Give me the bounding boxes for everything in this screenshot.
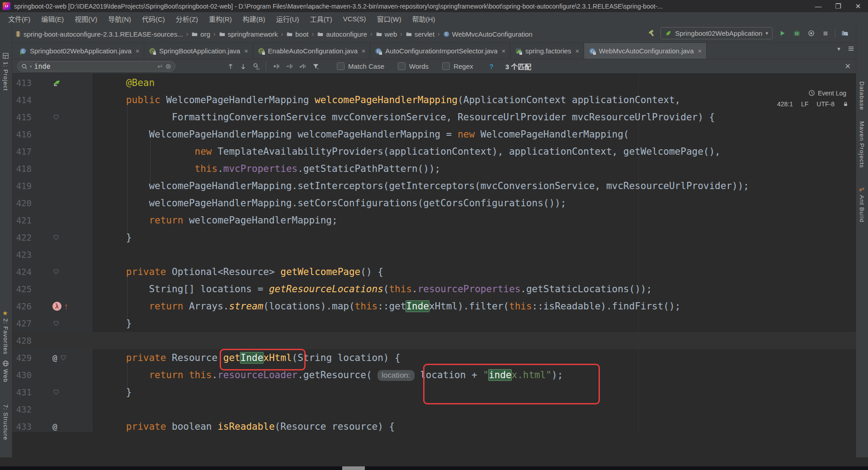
run-button[interactable] [777,28,787,38]
tool-window-button-event-log[interactable]: Event Log [808,90,846,97]
minimize-button[interactable]: — [808,0,828,12]
code-line[interactable]: 422 } [0,229,856,246]
filter-icon[interactable] [312,63,320,70]
search-history-arrow-icon[interactable]: ▾ [30,64,32,69]
code-line[interactable]: 415 FormattingConversionService mvcConve… [0,109,856,126]
debug-button[interactable] [792,28,802,38]
coverage-button[interactable] [806,28,816,38]
code-line[interactable]: 420 welcomePageHandlerMapping.setCorsCon… [0,195,856,212]
search-input[interactable]: ▾ inde ↵ ⊗ [17,61,175,71]
arrow-up-icon[interactable] [227,63,234,70]
tab-list-icon[interactable] [848,45,854,52]
menu-item[interactable]: 文件(F) [3,14,36,24]
find-all-icon[interactable]: ALL [253,63,259,70]
breadcrumb-item[interactable]: boot [285,30,310,38]
code-line[interactable]: 419 welcomePageHandlerMapping.setInterce… [0,177,856,195]
breadcrumb-item[interactable]: org [190,30,212,38]
maximize-button[interactable]: ❐ [828,0,848,12]
tool-stripe-web[interactable]: Web [2,369,9,383]
remove-occurrence-icon[interactable] [286,63,292,70]
tab-close-icon[interactable]: × [136,47,139,55]
breadcrumb-item[interactable]: CWebMvcAutoConfiguration [442,30,534,38]
code-line[interactable]: 421 return welcomePageHandlerMapping; [0,212,856,229]
code-line[interactable]: 413 @Bean [0,74,856,91]
tool-stripe-2-favorites[interactable]: 2: Favorites [2,318,9,355]
code-line[interactable]: 428 [0,332,856,349]
breadcrumb-item[interactable]: autoconfigure [316,30,368,38]
menu-item[interactable]: 代码(C) [137,14,170,24]
navigate-up-icon[interactable]: ↑ [64,302,68,311]
code-line[interactable]: 425 String[] locations = getResourceLoca… [0,280,856,298]
close-find-bar-icon[interactable]: ✕ [845,62,851,71]
code-editor[interactable]: 413 @Bean414 public WelcomePageHandlerMa… [0,74,856,432]
close-button[interactable]: ✕ [848,0,868,12]
menu-item[interactable]: VCS(S) [338,15,372,23]
code-line[interactable]: 418 this.mvcProperties.getStaticPathPatt… [0,160,856,177]
run-configuration-select[interactable]: Springboot02WebApplication▾ [660,27,773,39]
breadcrumb-item[interactable]: servlet [404,30,436,38]
search-option-words[interactable]: Words [398,62,429,70]
breadcrumb-item[interactable]: spring-boot-autoconfigure-2.3.1.RELEASE-… [14,30,184,38]
tab-close-icon[interactable]: × [244,47,248,55]
arrow-down-icon[interactable] [240,63,246,70]
tool-stripe-7-structure[interactable]: 7: Structure [2,404,9,440]
tool-stripe-maven-projects[interactable]: Maven Projects [859,121,865,168]
tab-close-icon[interactable]: × [362,47,365,55]
code-line[interactable]: 426λ↑ return Arrays.stream(locations).ma… [0,298,856,315]
select-occurrences-icon[interactable] [299,63,306,70]
menu-item[interactable]: 重构(R) [203,14,237,24]
code-line[interactable]: 423 [0,246,856,263]
menu-item[interactable]: 分析(Z) [170,14,203,24]
code-line[interactable]: 414 public WelcomePageHandlerMapping wel… [0,91,856,109]
editor-tab[interactable]: CAutoConfigurationImportSelector.java× [370,43,510,59]
folder-icon [219,31,226,37]
code-line[interactable]: 417 new TemplateAvailabilityProviders(ap… [0,143,856,160]
spring-bean-icon[interactable] [52,79,61,87]
code-line[interactable]: 433@ private boolean isReadable(Resource… [0,418,856,432]
menu-item[interactable]: 构建(B) [237,14,271,24]
menu-item[interactable]: 窗口(W) [372,14,407,24]
menu-item[interactable]: 导航(N) [103,14,137,24]
clear-search-icon[interactable]: ⊗ [165,62,171,71]
checkbox[interactable] [442,62,450,70]
file-encoding[interactable]: UTF-8 [816,100,835,108]
breadcrumb-item[interactable]: web [374,30,399,38]
find-in-path-button[interactable] [840,28,850,38]
code-line[interactable]: 427 } [0,315,856,332]
tab-close-icon[interactable]: × [502,47,505,55]
search-option-regex[interactable]: Regex [442,62,473,70]
code-line[interactable]: 416 WelcomePageHandlerMapping welcomePag… [0,126,856,143]
lambda-icon[interactable]: λ [52,302,61,311]
search-option-match-case[interactable]: Match Case [337,62,384,70]
editor-tab[interactable]: @EnableAutoConfiguration.java× [253,43,371,59]
tool-stripe-database[interactable]: Database [859,81,865,110]
menu-item[interactable]: 运行(U) [271,14,305,24]
regex-help-link[interactable]: ? [489,62,493,70]
checkbox[interactable] [337,62,344,70]
stop-button[interactable] [821,28,830,38]
menu-item[interactable]: 视图(V) [69,14,103,24]
newline-icon[interactable]: ↵ [157,62,163,71]
menu-item[interactable]: 工具(T) [305,14,338,24]
line-ending[interactable]: LF [801,100,808,108]
editor-tab[interactable]: CWebMvcAutoConfiguration.java× [584,43,707,59]
breadcrumb-item[interactable]: springframework [217,30,279,38]
tool-stripe-1-project[interactable]: 1: Project [2,62,9,91]
add-occurrence-icon[interactable] [273,63,279,70]
search-query[interactable]: inde [34,62,155,71]
build-icon[interactable] [648,29,656,38]
annotation-box-getresource-arg [423,364,600,404]
readonly-lock-icon[interactable] [843,101,849,107]
caret-position[interactable]: 428:1 [777,100,793,108]
menu-item[interactable]: 帮助(H) [407,14,441,24]
chevron-down-icon[interactable]: ▼ [836,46,841,52]
editor-tab[interactable]: @SpringBootApplication.java× [144,43,253,59]
editor-tab[interactable]: CSpringboot02WebApplication.java× [15,43,144,59]
editor-tab[interactable]: spring.factories× [510,43,584,59]
code-line[interactable]: 424 private Optional<Resource> getWelcom… [0,263,856,280]
menu-item[interactable]: 编辑(E) [36,14,69,24]
checkbox[interactable] [398,62,406,70]
tab-close-icon[interactable]: × [698,47,702,55]
tool-stripe-ant-build[interactable]: Ant Build [859,195,865,223]
tab-close-icon[interactable]: × [576,47,579,55]
